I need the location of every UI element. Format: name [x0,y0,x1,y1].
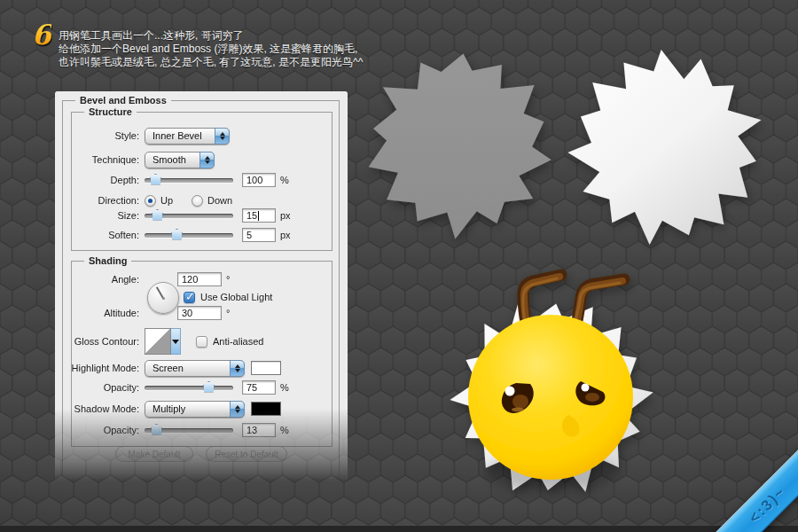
text-cursor [258,211,259,221]
angle-row: Angle: 120 ° [55,270,348,288]
anti-aliased-checkbox[interactable] [196,336,207,348]
step-number: 6 [32,20,51,50]
highlight-mode-row: Highlight Mode: Screen [55,359,348,377]
use-global-light-checkbox[interactable] [184,292,195,303]
gloss-contour-dropdown-arrow[interactable] [171,328,181,355]
highlight-opacity-value: 75 [246,382,257,393]
anti-aliased-label: Anti-aliased [213,336,263,347]
shadow-mode-dropdown[interactable]: Multiply [145,401,245,418]
shadow-opacity-label: Opacity: [55,425,145,435]
depth-field[interactable]: 100 [242,173,276,187]
soften-slider[interactable] [145,233,233,238]
shadow-mode-value: Multiply [153,403,185,414]
direction-up-label: Up [160,195,173,206]
bevel-emboss-panel: Bevel and Emboss Structure Shading Style… [55,91,348,486]
technique-label: Technique: [55,154,145,165]
highlight-mode-stepper [230,360,245,377]
soften-label: Soften: [55,230,145,240]
size-field[interactable]: 15 [242,208,276,223]
tutorial-text: 用钢笔工具画出一个...这种形, 哥词穷了 给他添加一个Bevel and Em… [59,29,363,69]
shadow-mode-row: Shadow Mode: Multiply [55,400,348,418]
reset-default-label: Reset to Default [215,450,278,459]
technique-dropdown[interactable]: Smooth [145,152,215,168]
highlight-mode-value: Screen [153,363,184,373]
shadow-opacity-slider[interactable] [145,428,233,433]
angle-value: 120 [182,274,198,285]
highlight-mode-label: Highlight Mode: [55,363,145,373]
angle-dial-hub [162,297,165,300]
bee-face [468,315,633,480]
technique-row: Technique: Smooth [55,151,348,168]
direction-up-radio[interactable] [145,195,156,207]
shadow-mode-stepper [230,401,245,418]
highlight-opacity-slider[interactable] [145,386,233,390]
make-default-button[interactable]: Make Default [115,446,193,462]
tutorial-line-3: 也许叫鬃毛或是绒毛, 总之是个毛, 有了这玩意, 是不是更阳光鸟^^ [59,56,363,69]
direction-down-radio[interactable] [192,195,203,207]
soften-slider-thumb[interactable] [171,229,183,240]
highlight-opacity-row: Opacity: 75 % [55,379,348,396]
style-dropdown[interactable]: Inner Bevel [145,128,230,145]
panel-title: Bevel and Emboss [75,95,171,106]
depth-slider-thumb[interactable] [150,174,161,185]
soften-field[interactable]: 5 [242,228,276,242]
highlight-color-swatch[interactable] [251,361,281,375]
style-label: Style: [55,130,145,141]
tutorial-line-2: 给他添加一个Bevel and Emboss (浮雕)效果, 这是蜜蜂君的胸毛, [59,43,363,56]
gloss-contour-row: Gloss Contour: Anti-aliased [55,327,348,356]
shadow-mode-label: Shadow Mode: [55,403,145,414]
tutorial-line-1: 用钢笔工具画出一个...这种形, 哥词穷了 [59,29,363,43]
shadow-opacity-row: Opacity: 13 % [55,421,348,439]
depth-slider[interactable] [145,178,233,183]
gloss-contour-label: Gloss Contour: [55,336,145,347]
size-value: 15 [246,210,257,221]
use-global-light-label: Use Global Light [200,292,272,302]
size-slider-thumb[interactable] [152,209,163,221]
white-starburst-shape [567,50,761,245]
shading-legend: Shading [84,255,131,266]
highlight-mode-dropdown[interactable]: Screen [145,360,245,377]
soften-row: Soften: 5 px [55,226,348,244]
technique-value: Smooth [153,154,186,165]
altitude-unit: ° [226,308,230,318]
shadow-opacity-value: 13 [246,425,257,435]
altitude-row: Altitude: 30 ° [55,304,348,322]
style-row: Style: Inner Bevel [55,127,348,145]
size-slider[interactable] [145,214,233,218]
reset-default-button[interactable]: Reset to Default [206,446,287,462]
depth-value: 100 [246,175,262,185]
angle-unit: ° [226,274,230,285]
altitude-label: Altitude: [55,308,145,318]
shadow-color-swatch[interactable] [251,402,281,416]
depth-row: Depth: 100 % [55,171,348,189]
highlight-opacity-thumb[interactable] [203,381,215,393]
highlight-opacity-unit: % [280,382,289,393]
highlight-opacity-field[interactable]: 75 [242,380,276,395]
make-default-label: Make Default [129,450,181,459]
angle-field[interactable]: 120 [177,272,222,286]
soften-unit: px [280,230,291,240]
technique-dropdown-stepper [200,152,215,168]
size-label: Size: [55,210,145,221]
altitude-value: 30 [182,308,192,318]
depth-unit: % [280,175,289,185]
direction-label: Direction: [55,195,145,206]
structure-legend: Structure [84,106,137,117]
direction-down-label: Down [207,195,232,206]
angle-label: Angle: [55,274,145,285]
size-row: Size: 15 px [55,207,348,224]
use-global-light-row: Use Global Light [184,290,272,304]
shadow-opacity-field[interactable]: 13 [242,423,276,437]
size-unit: px [280,210,291,221]
altitude-field[interactable]: 30 [177,306,222,320]
style-dropdown-stepper [215,128,230,145]
bee-character [450,275,653,492]
gloss-contour-thumbnail[interactable] [145,328,171,355]
highlight-opacity-label: Opacity: [55,382,145,393]
gray-starburst-shape [369,53,552,239]
shadow-opacity-thumb[interactable] [151,424,162,435]
soften-value: 5 [246,230,252,240]
depth-label: Depth: [55,175,145,185]
style-value: Inner Bevel [153,130,202,141]
shadow-opacity-unit: % [280,425,289,435]
